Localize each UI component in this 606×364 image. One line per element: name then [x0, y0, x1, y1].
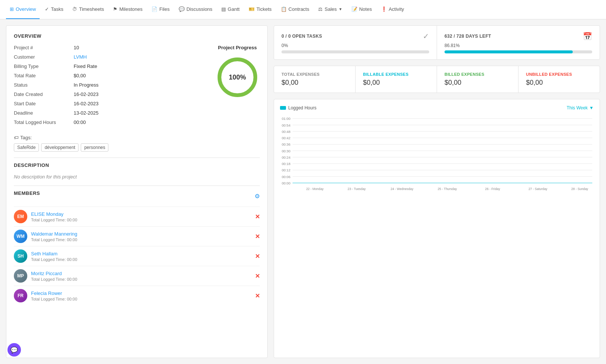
timesheets-icon: ⏱ — [72, 6, 77, 12]
billable-expenses-box: BILLABLE EXPENSES $0,00 — [356, 66, 437, 93]
nav-files[interactable]: 📄 Files — [148, 0, 173, 19]
legend-label: Logged Hours — [288, 105, 316, 111]
chart-card: Logged Hours This Week ▼ 01:00 00:54 00:… — [274, 99, 600, 358]
svg-text:00:54: 00:54 — [282, 123, 290, 127]
nav-tasks[interactable]: ✓ Tasks — [41, 0, 67, 19]
nav-activity[interactable]: ❗ Activity — [377, 0, 408, 19]
svg-text:27 - Saturday: 27 - Saturday — [529, 187, 548, 191]
nav-timesheets[interactable]: ⏱ Timesheets — [68, 0, 108, 19]
member-avatar: SH — [14, 249, 27, 263]
open-tasks-box: 0 / 0 OPEN TASKS ✓ 0% — [274, 26, 437, 59]
member-avatar: WM — [14, 230, 27, 243]
this-week-button[interactable]: This Week ▼ — [567, 105, 594, 111]
member-avatar: MP — [14, 269, 27, 283]
top-navigation: ⊞ Overview ✓ Tasks ⏱ Timesheets ⚑ Milest… — [0, 0, 606, 19]
tags-label-text: Tags: — [20, 135, 32, 140]
project-progress-section: Project Progress 100% — [215, 45, 260, 129]
chart-legend: Logged Hours — [280, 105, 316, 111]
main-content: OVERVIEW Project # 10 Customer LVMH Bill… — [0, 19, 606, 364]
nav-notes[interactable]: 📝 Notes — [348, 0, 376, 19]
field-date-created: Date Created 16-02-2023 — [14, 91, 207, 97]
member-remove-button[interactable]: ✕ — [255, 213, 260, 220]
svg-text:00:30: 00:30 — [282, 149, 290, 153]
field-status: Status In Progress — [14, 82, 207, 88]
svg-text:00:06: 00:06 — [282, 175, 290, 179]
svg-text:24 - Wednesday: 24 - Wednesday — [391, 187, 414, 191]
donut-percent: 100% — [229, 74, 246, 81]
svg-text:00:48: 00:48 — [282, 130, 290, 134]
field-total-rate: Total Rate $0,00 — [14, 73, 207, 78]
svg-text:23 - Tuesday: 23 - Tuesday — [348, 187, 366, 191]
svg-text:00:12: 00:12 — [282, 168, 290, 172]
billed-expenses-box: BILLED EXPENSES $0,00 — [437, 66, 519, 93]
nav-tickets[interactable]: 🎫 Tickets — [245, 0, 276, 19]
open-tasks-progress — [282, 50, 429, 53]
tags-section: 🏷 Tags: SafeRide développement personnes — [14, 135, 260, 152]
nav-discussions[interactable]: 💬 Discussions — [175, 0, 216, 19]
member-info: Seth Hallam Total Logged Time: 00:00 — [31, 251, 255, 262]
days-left-progress — [444, 50, 592, 53]
member-info: Felecia Rower Total Logged Time: 00:00 — [31, 290, 255, 301]
member-name[interactable]: Waldemar Mannering — [31, 231, 255, 237]
member-remove-button[interactable]: ✕ — [255, 253, 260, 260]
svg-text:00:18: 00:18 — [282, 162, 290, 166]
chart-area: 01:00 00:54 00:48 00:42 00:36 00:30 00:2… — [280, 115, 594, 201]
days-left-title: 632 / 728 DAYS LEFT — [444, 34, 491, 39]
left-panel: OVERVIEW Project # 10 Customer LVMH Bill… — [6, 25, 268, 358]
dropdown-arrow-icon: ▼ — [589, 105, 594, 111]
member-logged-time: Total Logged Time: 00:00 — [31, 237, 255, 242]
member-remove-button[interactable]: ✕ — [255, 292, 260, 299]
member-remove-button[interactable]: ✕ — [255, 273, 260, 280]
billed-expenses-value: $0,00 — [444, 79, 511, 87]
members-settings-icon[interactable]: ⚙ — [255, 193, 260, 200]
tag-item: développement — [41, 143, 79, 152]
description-text: No description for this project — [14, 174, 260, 180]
svg-text:00:42: 00:42 — [282, 136, 290, 140]
nav-sales[interactable]: ⚖ Sales ▼ — [314, 0, 346, 19]
field-billing-type: Billing Type Fixed Rate — [14, 63, 207, 69]
nav-milestones[interactable]: ⚑ Milestones — [109, 0, 146, 19]
svg-text:00:00: 00:00 — [282, 181, 290, 185]
total-expenses-label: TOTAL EXPENSES — [282, 72, 348, 77]
member-logged-time: Total Logged Time: 00:00 — [31, 257, 255, 262]
members-header: MEMBERS ⚙ — [14, 190, 260, 202]
svg-text:00:24: 00:24 — [282, 155, 290, 159]
sales-dropdown-icon: ▼ — [339, 7, 342, 11]
description-title: DESCRIPTION — [14, 162, 260, 168]
legend-dot — [280, 106, 286, 110]
nav-gantt[interactable]: ▤ Gantt — [218, 0, 243, 19]
member-name[interactable]: ELISE Monday — [31, 211, 255, 217]
tag-item: personnes — [81, 143, 108, 152]
total-expenses-box: TOTAL EXPENSES $0,00 — [274, 66, 356, 93]
expenses-row: TOTAL EXPENSES $0,00 BILLABLE EXPENSES $… — [274, 66, 600, 93]
svg-text:28 - Sunday: 28 - Sunday — [571, 187, 588, 191]
project-progress-label: Project Progress — [218, 45, 257, 50]
member-name[interactable]: Felecia Rower — [31, 290, 255, 296]
field-start-date: Start Date 16-02-2023 — [14, 101, 207, 106]
member-name[interactable]: Moritz Piccard — [31, 271, 255, 276]
tags-container: SafeRide développement personnes — [14, 143, 260, 152]
billable-expenses-value: $0,00 — [363, 79, 429, 87]
overview-fields: Project # 10 Customer LVMH Billing Type … — [14, 45, 207, 129]
svg-text:25 - Thursday: 25 - Thursday — [438, 187, 457, 191]
member-row: MP Moritz Piccard Total Logged Time: 00:… — [14, 266, 260, 286]
billable-expenses-label: BILLABLE EXPENSES — [363, 72, 429, 77]
chat-bubble-button[interactable]: 💬 — [7, 343, 21, 357]
chat-icon: 💬 — [10, 346, 18, 354]
member-avatar: FR — [14, 289, 27, 302]
member-remove-button[interactable]: ✕ — [255, 233, 260, 240]
svg-text:01:00: 01:00 — [282, 116, 290, 121]
billed-expenses-label: BILLED EXPENSES — [444, 72, 511, 77]
unbilled-expenses-value: $0,00 — [526, 79, 592, 87]
total-expenses-value: $0,00 — [282, 79, 348, 87]
divider2 — [14, 186, 260, 186]
nav-contracts[interactable]: 📋 Contracts — [277, 0, 313, 19]
tickets-icon: 🎫 — [249, 6, 255, 12]
member-logged-time: Total Logged Time: 00:00 — [31, 277, 255, 281]
overview-section-title: OVERVIEW — [14, 33, 260, 39]
member-name[interactable]: Seth Hallam — [31, 251, 255, 256]
calendar-icon: 📅 — [583, 32, 592, 41]
nav-overview[interactable]: ⊞ Overview — [6, 0, 40, 19]
days-left-percent: 86.81% — [444, 43, 592, 48]
stats-row: 0 / 0 OPEN TASKS ✓ 0% 632 / 728 DAYS LEF… — [274, 25, 600, 60]
